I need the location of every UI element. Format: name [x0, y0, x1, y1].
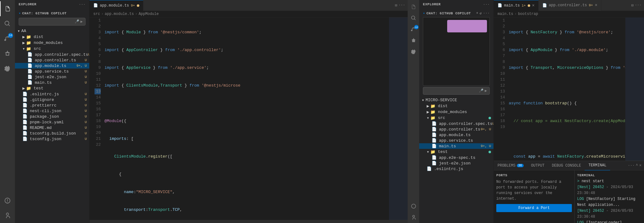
right-folder-node-modules[interactable]: ▶ 📁 node_modules — [419, 109, 493, 115]
file-app-controller[interactable]: 📄 app.controller.ts U — [15, 57, 89, 63]
terminal-content: > nest start [Nest] 20452 - 2024/05/03 2… — [577, 178, 642, 223]
activity-bar-bottom — [0, 193, 15, 223]
file-tsconfig[interactable]: 📄 tsconfig.json U — [15, 136, 89, 142]
right-code-area: import { NestFactory } from '@nestjs/cor… — [509, 17, 625, 161]
right-activity-extensions[interactable] — [408, 46, 419, 57]
right-file-app-controller[interactable]: 📄 app.controller.ts 9+, U — [419, 126, 493, 132]
file-tsconfig-build[interactable]: 📄 tsconfig.build.json U — [15, 130, 89, 136]
panel-close-icon[interactable]: × — [639, 164, 642, 168]
explorer-tree: ▾ AA ▶ 📁 dist ▶ 📁 node_modules ▾ 📁 src 📄… — [15, 28, 89, 223]
right-activity-source-control[interactable]: 16 — [408, 24, 419, 35]
activity-bar-item-explorer[interactable] — [0, 1, 15, 16]
file-app-service[interactable]: 📄 app.service.ts U — [15, 69, 89, 74]
left-editor-area: 📄 app.module.ts 9+ ⊟ ··· src › app.modul… — [90, 0, 408, 223]
file-main[interactable]: 📄 main.ts U — [15, 80, 89, 85]
root-folder-aa[interactable]: ▾ AA — [15, 28, 89, 34]
panel-tab-terminal[interactable]: TERMINAL — [585, 161, 610, 170]
folder-src[interactable]: ▾ 📁 src — [15, 46, 89, 52]
terminal-section: TERMINAL > nest start [Nest] 20452 - 202… — [575, 170, 644, 223]
tab-app-controller-ts[interactable]: 📄 app.controller.ts 9+ × — [539, 0, 601, 11]
right-activity-remote[interactable] — [408, 201, 419, 212]
activity-bar-item-search[interactable] — [0, 16, 15, 31]
file-gitignore[interactable]: 📄 .gitignore U — [15, 97, 89, 102]
file-app-module[interactable]: 📄 app.module.ts 9+, U — [15, 63, 89, 69]
file-eslintrc[interactable]: 📄 .eslintrc.js U — [15, 91, 89, 97]
file-nest-cli[interactable]: 📄 nest-cli.json U — [15, 108, 89, 114]
activity-bar-item-account[interactable] — [0, 208, 15, 223]
file-app-controller-spec[interactable]: 📄 app.controller.spec.ts U — [15, 52, 89, 57]
right-more-icon[interactable]: ··· — [635, 3, 642, 7]
copilot-more-icon[interactable]: ··· — [483, 11, 490, 15]
file-prettierrc[interactable]: 📄 .prettierrc U — [15, 102, 89, 108]
tab-app-module[interactable]: 📄 app.module.ts 9+ — [90, 0, 143, 11]
right-explorer-tree: ▾ MICRO-SERVICE ▶ 📁 dist ▶ 📁 node_module… — [419, 97, 493, 223]
terminal-header: TERMINAL — [577, 173, 642, 178]
chat-bubble — [447, 20, 487, 32]
right-send-icon[interactable]: ▶ — [485, 88, 487, 93]
right-activity-search[interactable] — [408, 12, 419, 24]
tab-main-close[interactable]: × — [532, 3, 535, 8]
file-pnpm-lock[interactable]: 📄 pnpm-lock.yaml U — [15, 119, 89, 125]
panel-more-icon[interactable]: ··· — [628, 164, 635, 168]
tab-main-ts[interactable]: 📄 main.ts 1+ × — [494, 0, 539, 11]
panel-tab-debug-console[interactable]: DEBUG CONSOLE — [548, 161, 585, 170]
right-split-icon[interactable]: ⊟ — [631, 3, 633, 8]
tab-modified-dot — [137, 4, 139, 7]
right-root-folder[interactable]: ▾ MICRO-SERVICE — [419, 97, 493, 103]
microphone-icon[interactable]: 🎤 — [75, 19, 79, 24]
panel-actions: ··· ^ × — [628, 164, 644, 168]
right-file-main[interactable]: 📄 main.ts 9+, U — [419, 143, 493, 149]
folder-dist[interactable]: ▶ 📁 dist — [15, 34, 89, 40]
left-code-area: import { Module } from '@nestjs/common';… — [104, 17, 389, 220]
activity-bar-item-extensions[interactable] — [0, 61, 15, 76]
terminal-line-1: [Nest] 20452 - 2024/05/03 23:30:48 — [577, 184, 642, 196]
activity-bar-item-debug[interactable] — [0, 46, 15, 61]
right-minimap — [625, 17, 644, 161]
tab-main-label: main.ts — [504, 3, 520, 8]
right-sidebar-more-icon[interactable]: ··· — [483, 2, 490, 6]
right-panel: 16 EXPLORER ··· ▾ CHAT: GITHUB COPILOT — [408, 0, 644, 223]
more-actions-icon[interactable]: ··· — [398, 3, 405, 7]
chat-input-bar: 🎤 ▶ — [19, 18, 86, 26]
split-editor-icon[interactable]: ⊟ — [395, 3, 397, 8]
right-activity-account[interactable] — [408, 212, 419, 223]
folder-node-modules[interactable]: ▶ 📁 node_modules — [15, 40, 89, 46]
activity-bar-item-source-control[interactable]: 16 — [0, 31, 15, 46]
panel-maximize-icon[interactable]: ^ — [636, 164, 638, 168]
sidebar-title: EXPLORER — [19, 2, 36, 6]
left-tab-bar: 📄 app.module.ts 9+ ⊟ ··· — [90, 0, 408, 11]
right-file-eslintrc[interactable]: 📄 .eslintrc.js — [419, 166, 493, 172]
right-file-app-controller-spec[interactable]: 📄 app.controller.spec.ts U — [419, 121, 493, 126]
right-activity-explorer[interactable] — [408, 1, 419, 12]
left-horizontal-scrollbar[interactable] — [90, 220, 408, 223]
send-icon[interactable]: ▶ — [81, 19, 83, 24]
chat-input[interactable] — [21, 20, 75, 24]
forward-port-button[interactable]: Forward a Port — [496, 204, 572, 212]
right-file-jest-e2e[interactable]: 📄 jest-e2e.json — [419, 160, 493, 166]
right-file-app-service[interactable]: 📄 app.service.ts — [419, 138, 493, 143]
right-microphone-icon[interactable]: 🎤 — [479, 88, 484, 93]
panel-tab-problems[interactable]: PROBLEMS 36 — [494, 161, 527, 170]
right-file-app-e2e[interactable]: 📄 app.e2e-spec.ts — [419, 155, 493, 160]
copilot-add-icon[interactable]: + — [476, 11, 478, 15]
right-folder-test[interactable]: ▾ 📁 test — [419, 149, 493, 155]
right-folder-src[interactable]: ▾ 📁 src — [419, 115, 493, 121]
file-readme[interactable]: 📄 README.md U — [15, 125, 89, 130]
folder-test[interactable]: ▶ 📁 test — [15, 85, 89, 91]
panel-tab-output[interactable]: OUTPUT — [527, 161, 548, 170]
right-folder-dist[interactable]: ▶ 📁 dist — [419, 103, 493, 109]
file-package-json[interactable]: 📄 package.json U — [15, 114, 89, 119]
tab-label: app.module.ts — [100, 3, 129, 8]
tab-app-controller-close[interactable]: × — [595, 3, 597, 8]
right-minimap-content — [625, 17, 644, 161]
right-breadcrumb: main.ts › bootstrap — [494, 11, 644, 17]
copilot-refresh-icon[interactable]: ↺ — [480, 11, 482, 15]
file-jest-e2e[interactable]: 📄 jest-e2e.json U — [15, 74, 89, 80]
src-dot — [489, 117, 491, 119]
copilot-title: ▾ CHAT: GITHUB COPILOT — [17, 10, 87, 17]
right-chat-input[interactable] — [426, 89, 479, 93]
activity-bar-item-remote[interactable] — [0, 193, 15, 208]
right-activity-debug[interactable] — [408, 35, 419, 46]
right-file-app-module[interactable]: 📄 app.module.ts — [419, 132, 493, 138]
sidebar-more-icon[interactable]: ··· — [79, 2, 86, 6]
